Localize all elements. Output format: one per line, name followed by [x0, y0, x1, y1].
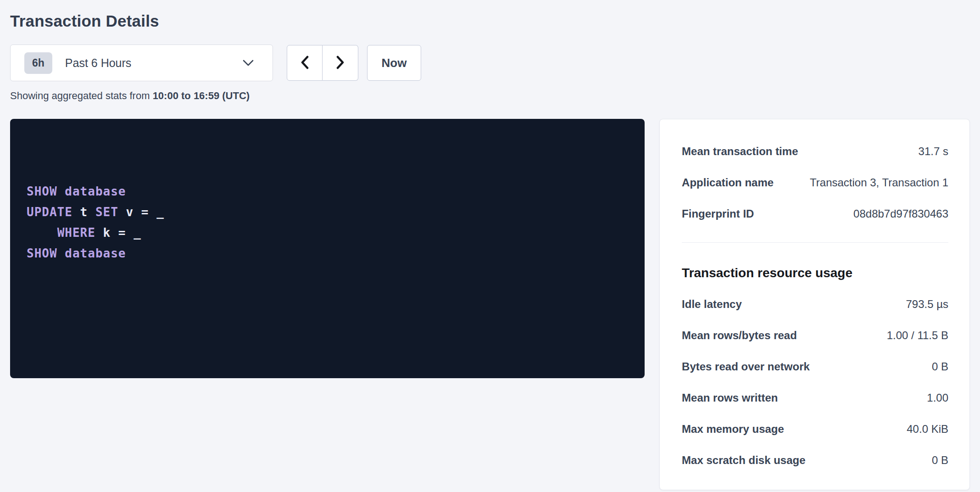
resource-stat-rows: Idle latency793.5 µsMean rows/bytes read…	[682, 289, 948, 476]
summary-time-range: 10:00 to 16:59 (UTC)	[153, 90, 250, 101]
stat-value: 793.5 µs	[906, 298, 948, 311]
next-time-window-button[interactable]	[323, 45, 358, 81]
stat-value: 0 B	[932, 360, 948, 373]
card-divider	[682, 242, 948, 243]
sql-text	[57, 184, 65, 198]
stat-label: Bytes read over network	[682, 360, 819, 373]
time-window-nav	[287, 45, 358, 81]
stat-row: Idle latency793.5 µs	[682, 289, 948, 320]
summary-stat-rows: Mean transaction time31.7 sApplication n…	[682, 136, 948, 229]
chevron-right-icon	[336, 56, 345, 71]
stat-label: Idle latency	[682, 298, 751, 311]
sql-line: SHOW database	[27, 243, 628, 264]
resource-usage-heading: Transaction resource usage	[682, 266, 948, 280]
sql-line: WHERE k = _	[27, 223, 628, 243]
stat-row: Mean transaction time31.7 s	[682, 136, 948, 167]
sql-text: k = _	[95, 226, 141, 240]
stat-row: Bytes read over network0 B	[682, 351, 948, 382]
now-button[interactable]: Now	[367, 45, 421, 81]
transaction-details-card: Mean transaction time31.7 sApplication n…	[659, 119, 970, 490]
stat-row: Application nameTransaction 3, Transacti…	[682, 167, 948, 198]
sql-keyword: SHOW	[27, 246, 57, 260]
stat-value: 1.00 / 11.5 B	[887, 329, 948, 342]
stat-value: 1.00	[927, 391, 948, 404]
stat-label: Mean transaction time	[682, 145, 807, 158]
sql-keyword: SHOW	[27, 184, 57, 198]
stat-label: Mean rows written	[682, 391, 787, 404]
chevron-down-icon	[242, 59, 254, 67]
time-range-select[interactable]: 6h Past 6 Hours	[10, 45, 273, 81]
time-range-label: Past 6 Hours	[65, 56, 132, 70]
time-range-badge: 6h	[24, 52, 52, 74]
stat-label: Max memory usage	[682, 423, 793, 436]
stat-row: Max scratch disk usage0 B	[682, 445, 948, 476]
main-content: SHOW databaseUPDATE t SET v = _ WHERE k …	[10, 119, 970, 490]
page-title: Transaction Details	[10, 12, 970, 30]
stat-value: 31.7 s	[919, 145, 948, 158]
sql-keyword: UPDATE	[27, 205, 72, 219]
sql-text	[57, 246, 65, 260]
sql-keyword: SET	[95, 205, 118, 219]
time-controls-row: 6h Past 6 Hours	[10, 45, 970, 81]
stat-row: Mean rows/bytes read1.00 / 11.5 B	[682, 320, 948, 351]
stat-label: Fingerprint ID	[682, 207, 763, 220]
stat-row: Fingerprint ID08d8b7d97f830463	[682, 198, 948, 229]
stat-label: Application name	[682, 176, 783, 189]
sql-text	[27, 226, 57, 240]
stat-value: Transaction 3, Transaction 1	[810, 176, 948, 189]
sql-keyword: WHERE	[57, 226, 95, 240]
sql-keyword: database	[65, 184, 126, 198]
stat-row: Max memory usage40.0 KiB	[682, 414, 948, 445]
stat-value: 40.0 KiB	[907, 423, 948, 436]
stat-value: 0 B	[932, 454, 948, 467]
sql-text: t	[72, 205, 95, 219]
summary-prefix: Showing aggregated stats from	[10, 90, 153, 101]
previous-time-window-button[interactable]	[287, 45, 323, 81]
transaction-details-page: Transaction Details 6h Past 6 Hours	[0, 0, 980, 490]
stat-row: Mean rows written1.00	[682, 382, 948, 414]
sql-line: SHOW database	[27, 181, 628, 202]
stat-label: Mean rows/bytes read	[682, 329, 806, 342]
sql-statements: SHOW databaseUPDATE t SET v = _ WHERE k …	[27, 181, 628, 264]
stat-value: 08d8b7d97f830463	[853, 207, 948, 220]
sql-keyword: database	[65, 246, 126, 260]
sql-statement-box: SHOW databaseUPDATE t SET v = _ WHERE k …	[10, 119, 645, 378]
sql-text: v = _	[118, 205, 164, 219]
aggregated-stats-summary: Showing aggregated stats from 10:00 to 1…	[10, 90, 970, 102]
stat-label: Max scratch disk usage	[682, 454, 814, 467]
sql-line: UPDATE t SET v = _	[27, 202, 628, 223]
chevron-left-icon	[300, 56, 309, 71]
